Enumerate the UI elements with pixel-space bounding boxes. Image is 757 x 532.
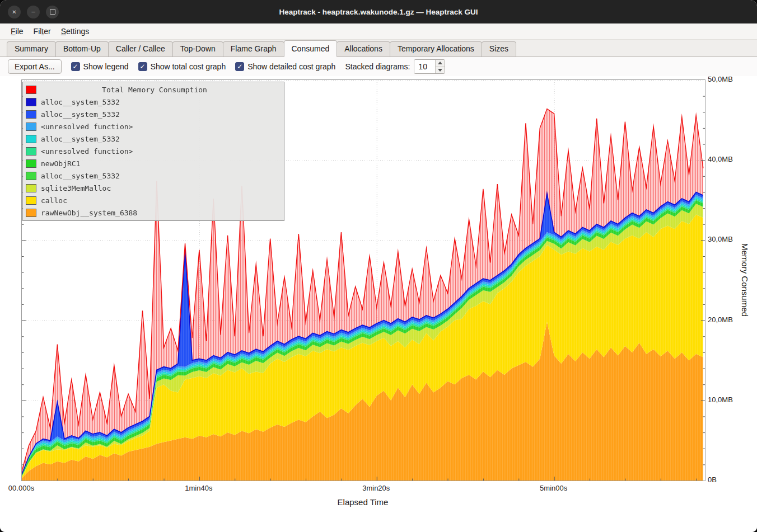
tab-bar: Summary Bottom-Up Caller / Callee Top-Do… <box>0 40 757 57</box>
spin-down-button[interactable] <box>436 67 445 74</box>
x-axis-tick-label: 1min40s <box>185 484 212 492</box>
legend-entry-label: alloc__system_5332 <box>41 172 120 180</box>
x-axis-title: Elapsed Time <box>338 497 389 507</box>
stacked-diagrams-group: Stacked diagrams: <box>345 59 445 74</box>
tab-flame-graph[interactable]: Flame Graph <box>223 41 284 57</box>
x-axis-tick-label: 3min20s <box>362 484 390 492</box>
legend-entry-label: rawNewObj__system_6388 <box>41 209 137 217</box>
legend-entry: sqlite3MemMalloc <box>23 182 284 194</box>
y-axis-tick-label: 30,0MB <box>708 235 733 243</box>
legend-swatch <box>26 196 36 205</box>
legend-swatch <box>26 209 36 217</box>
legend-swatch <box>26 135 36 143</box>
y-axis-tick-label: 0B <box>708 475 717 484</box>
tab-top-down[interactable]: Top-Down <box>172 41 223 57</box>
legend-swatch <box>26 184 36 192</box>
chart-legend: Total Memory Consumption alloc__system_5… <box>22 82 284 221</box>
legend-entry: alloc__system_5332 <box>23 108 284 120</box>
legend-title-row: Total Memory Consumption <box>23 83 284 96</box>
minimize-button[interactable] <box>27 6 40 18</box>
close-icon <box>12 9 16 15</box>
export-as-button[interactable]: Export As... <box>8 59 62 74</box>
tab-consumed[interactable]: Consumed <box>284 40 338 57</box>
menu-item-settings[interactable]: Settings <box>56 25 95 37</box>
spin-buttons <box>435 60 445 73</box>
y-axis-tick-label: 50,0MB <box>708 75 733 83</box>
spin-up-button[interactable] <box>436 60 445 67</box>
checkbox-icon[interactable] <box>71 62 80 71</box>
close-button[interactable] <box>8 6 21 18</box>
legend-entry-label: alloc__system_5332 <box>41 98 120 106</box>
legend-entry-label: calloc <box>41 196 67 205</box>
checkbox-show-total-cost-graph[interactable]: Show total cost graph <box>138 62 226 71</box>
checkbox-show-detailed-cost-graph[interactable]: Show detailed cost graph <box>235 62 335 71</box>
checkbox-icon[interactable] <box>138 62 147 71</box>
legend-swatch <box>26 172 36 180</box>
x-axis-tick-label: 00.000s <box>8 484 34 492</box>
legend-entry: newObjRC1 <box>23 157 284 170</box>
legend-entry: alloc__system_5332 <box>23 170 284 182</box>
legend-entry: rawNewObj__system_6388 <box>23 206 284 219</box>
checkbox-icon[interactable] <box>235 62 244 71</box>
window-title: Heaptrack - heaptrack.wakunode.1.gz — He… <box>0 8 757 16</box>
legend-entry-label: alloc__system_5332 <box>41 135 120 143</box>
window-controls <box>8 0 59 23</box>
legend-entry: calloc <box>23 194 284 206</box>
y-axis-tick-label: 20,0MB <box>708 316 733 324</box>
legend-swatch <box>26 123 36 131</box>
minimize-icon <box>31 8 36 16</box>
tab-sizes[interactable]: Sizes <box>482 41 516 57</box>
tab-caller-callee[interactable]: Caller / Callee <box>108 41 173 57</box>
legend-entry: <unresolved function> <box>23 145 284 157</box>
maximize-icon <box>50 9 55 15</box>
tab-bottom-up[interactable]: Bottom-Up <box>55 41 109 57</box>
stacked-diagrams-input[interactable] <box>414 60 435 73</box>
menu-item-filter[interactable]: Filter <box>29 25 56 37</box>
legend-entry-label: sqlite3MemMalloc <box>41 184 111 192</box>
legend-entry-label: alloc__system_5332 <box>41 110 120 119</box>
stacked-diagrams-spinbox[interactable] <box>414 59 445 74</box>
menu-item-file[interactable]: File <box>6 25 29 37</box>
legend-entry: alloc__system_5332 <box>23 96 284 108</box>
stacked-diagrams-label: Stacked diagrams: <box>345 62 410 71</box>
toolbar: Export As... Show legend Show total cost… <box>0 57 757 76</box>
chart-area: Total Memory Consumption alloc__system_5… <box>0 76 757 532</box>
x-axis-tick-label: 5min00s <box>540 484 567 492</box>
legend-swatch <box>26 110 36 119</box>
legend-entry: <unresolved function> <box>23 120 284 133</box>
tab-allocations[interactable]: Allocations <box>337 41 390 57</box>
y-axis-tick-label: 10,0MB <box>708 396 733 404</box>
legend-swatch <box>26 147 36 156</box>
checkbox-show-legend[interactable]: Show legend <box>71 62 129 71</box>
menubar: File Filter Settings <box>0 23 757 40</box>
app-window: Heaptrack - heaptrack.wakunode.1.gz — He… <box>0 0 757 532</box>
y-axis-title: Memory Consumed <box>738 79 751 480</box>
y-axis-tick-label: 40,0MB <box>708 155 733 163</box>
legend-swatch-total <box>26 86 36 94</box>
legend-swatch <box>26 98 36 106</box>
legend-title: Total Memory Consumption <box>41 86 284 94</box>
tab-temporary-allocations[interactable]: Temporary Allocations <box>390 41 482 57</box>
legend-entry: alloc__system_5332 <box>23 133 284 145</box>
legend-entry-label: <unresolved function> <box>41 147 133 156</box>
maximize-button[interactable] <box>46 6 59 18</box>
tab-summary[interactable]: Summary <box>7 41 56 57</box>
titlebar: Heaptrack - heaptrack.wakunode.1.gz — He… <box>0 0 757 23</box>
legend-entry-label: <unresolved function> <box>41 123 133 131</box>
legend-swatch <box>26 159 36 168</box>
legend-entry-label: newObjRC1 <box>41 159 80 168</box>
